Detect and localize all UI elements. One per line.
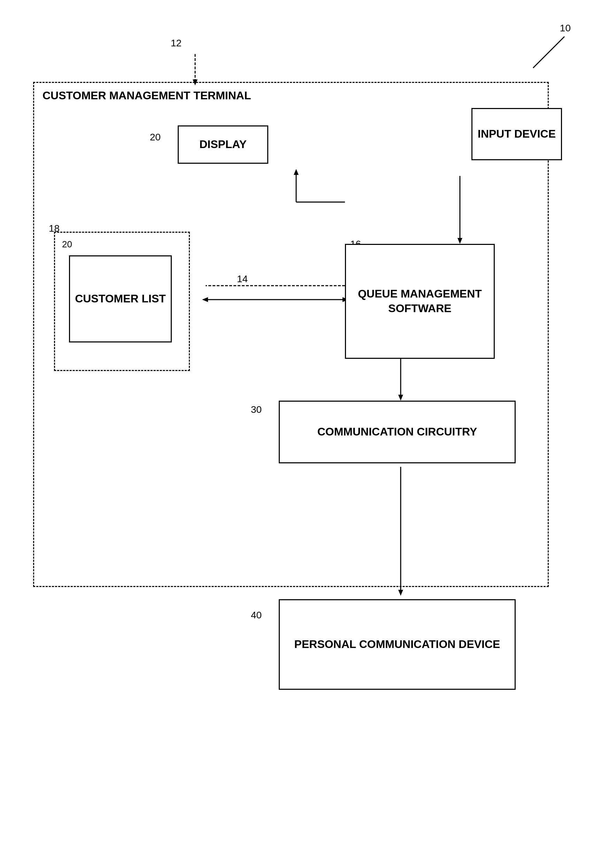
customer-list-box: CUSTOMER LIST <box>69 255 172 342</box>
ref-10: 10 <box>560 23 571 34</box>
svg-line-0 <box>533 37 565 68</box>
ref-14: 14 <box>237 274 248 285</box>
input-device-label: INPUT DEVICE <box>478 127 556 141</box>
pcd-label: PERSONAL COMMUNICATION DEVICE <box>294 637 500 652</box>
ref-40: 40 <box>251 609 262 621</box>
cmt-label: CUSTOMER MANAGEMENT TERMINAL <box>42 89 251 102</box>
ref-20-cl: 20 <box>62 239 72 250</box>
customer-list-label: CUSTOMER LIST <box>75 292 166 306</box>
display-box: DISPLAY <box>178 125 268 164</box>
comm-label: COMMUNICATION CIRCUITRY <box>317 425 477 439</box>
qms-label: QUEUE MANAGEMENT SOFTWARE <box>346 287 494 316</box>
customer-list-region: 20 CUSTOMER LIST <box>54 232 190 371</box>
diagram: 10 12 CUSTOMER MANAGEMENT TERMINAL 20 DI… <box>0 0 616 857</box>
svg-marker-15 <box>398 590 403 596</box>
ref-20-display: 20 <box>150 131 161 143</box>
input-device-box: INPUT DEVICE <box>471 108 562 160</box>
ref-12: 12 <box>171 38 181 49</box>
ref-30: 30 <box>251 404 262 415</box>
comm-box: COMMUNICATION CIRCUITRY <box>279 401 515 463</box>
pcd-box: PERSONAL COMMUNICATION DEVICE <box>279 599 515 690</box>
qms-box: QUEUE MANAGEMENT SOFTWARE <box>345 244 495 359</box>
display-label: DISPLAY <box>199 137 247 152</box>
